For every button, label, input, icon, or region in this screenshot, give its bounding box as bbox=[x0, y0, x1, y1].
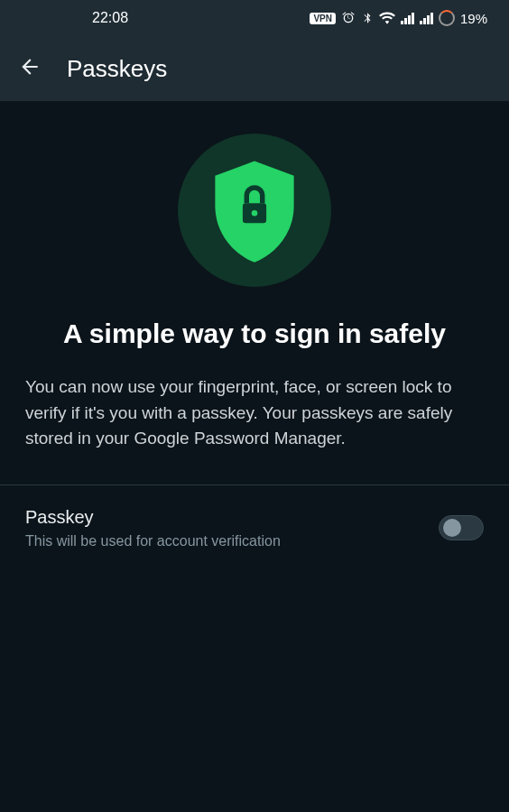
shield-lock-icon bbox=[205, 156, 304, 264]
signal-icon-2 bbox=[420, 12, 433, 24]
hero-icon-container bbox=[178, 134, 331, 287]
signal-icon-1 bbox=[401, 12, 414, 24]
status-bar: 22:08 VPN 19% bbox=[0, 0, 509, 36]
vpn-badge: VPN bbox=[310, 13, 336, 24]
setting-title: Passkey bbox=[25, 507, 439, 528]
status-indicators: VPN 19% bbox=[310, 10, 487, 26]
headline: A simple way to sign in safely bbox=[25, 316, 484, 351]
battery-percent: 19% bbox=[460, 11, 487, 26]
wifi-icon bbox=[379, 12, 395, 24]
shield-circle-bg bbox=[178, 134, 331, 287]
toggle-thumb bbox=[443, 519, 461, 537]
setting-text-group: Passkey This will be used for account ve… bbox=[25, 507, 439, 549]
page-title: Passkeys bbox=[67, 55, 167, 83]
setting-subtitle: This will be used for account verificati… bbox=[25, 533, 439, 549]
app-bar: Passkeys bbox=[0, 36, 509, 101]
bluetooth-icon bbox=[361, 11, 374, 25]
content-area: A simple way to sign in safely You can n… bbox=[0, 101, 509, 485]
status-time: 22:08 bbox=[92, 10, 128, 26]
passkey-setting-row[interactable]: Passkey This will be used for account ve… bbox=[0, 485, 509, 571]
passkey-toggle[interactable] bbox=[439, 515, 484, 540]
back-button[interactable] bbox=[18, 55, 42, 82]
alarm-icon bbox=[341, 11, 356, 25]
description-text: You can now use your fingerprint, face, … bbox=[25, 374, 484, 452]
battery-ring-icon bbox=[439, 10, 455, 26]
svg-point-1 bbox=[252, 210, 258, 217]
